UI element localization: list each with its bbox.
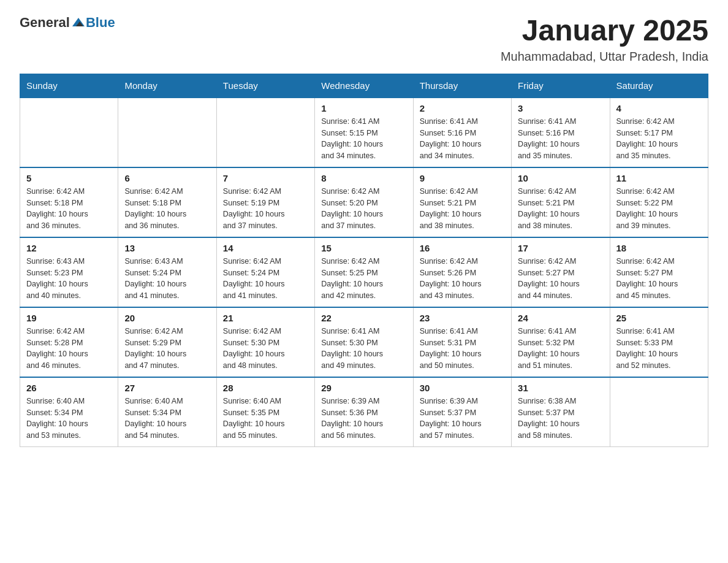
day-info: Sunrise: 6:42 AMSunset: 5:18 PMDaylight:… (26, 186, 112, 232)
day-info: Sunrise: 6:39 AMSunset: 5:37 PMDaylight:… (420, 396, 505, 442)
calendar-cell: 9Sunrise: 6:42 AMSunset: 5:21 PMDaylight… (413, 167, 511, 237)
day-number: 24 (518, 313, 603, 323)
calendar-cell: 15Sunrise: 6:42 AMSunset: 5:25 PMDayligh… (315, 237, 413, 307)
day-info: Sunrise: 6:42 AMSunset: 5:20 PMDaylight:… (321, 186, 406, 232)
day-info: Sunrise: 6:42 AMSunset: 5:27 PMDaylight:… (616, 256, 702, 302)
logo: General Blue (20, 15, 115, 31)
day-info: Sunrise: 6:42 AMSunset: 5:29 PMDaylight:… (124, 326, 210, 372)
day-info: Sunrise: 6:42 AMSunset: 5:21 PMDaylight:… (518, 186, 603, 232)
calendar-cell: 4Sunrise: 6:42 AMSunset: 5:17 PMDaylight… (610, 98, 708, 167)
day-number: 12 (26, 243, 112, 253)
calendar-table: SundayMondayTuesdayWednesdayThursdayFrid… (20, 74, 708, 447)
month-title: January 2025 (501, 15, 708, 47)
calendar-cell: 28Sunrise: 6:40 AMSunset: 5:35 PMDayligh… (216, 377, 314, 447)
day-info: Sunrise: 6:42 AMSunset: 5:19 PMDaylight:… (223, 186, 308, 232)
page-header: General Blue January 2025 Muhammadabad, … (20, 15, 708, 64)
calendar-cell (610, 377, 708, 447)
day-info: Sunrise: 6:40 AMSunset: 5:35 PMDaylight:… (223, 396, 308, 442)
calendar-cell: 14Sunrise: 6:42 AMSunset: 5:24 PMDayligh… (216, 237, 314, 307)
calendar-cell: 22Sunrise: 6:41 AMSunset: 5:30 PMDayligh… (315, 307, 413, 377)
day-number: 23 (420, 313, 505, 323)
logo-blue-text: Blue (86, 15, 115, 30)
day-number: 25 (616, 313, 702, 323)
logo-icon (71, 15, 86, 30)
calendar-cell: 6Sunrise: 6:42 AMSunset: 5:18 PMDaylight… (118, 167, 216, 237)
week-row-1: 1Sunrise: 6:41 AMSunset: 5:15 PMDaylight… (20, 98, 708, 167)
week-row-5: 26Sunrise: 6:40 AMSunset: 5:34 PMDayligh… (20, 377, 708, 447)
calendar-cell: 13Sunrise: 6:43 AMSunset: 5:24 PMDayligh… (118, 237, 216, 307)
weekday-header-thursday: Thursday (413, 74, 511, 98)
day-info: Sunrise: 6:42 AMSunset: 5:24 PMDaylight:… (223, 256, 308, 302)
day-info: Sunrise: 6:42 AMSunset: 5:25 PMDaylight:… (321, 256, 406, 302)
day-number: 13 (124, 243, 210, 253)
day-number: 7 (223, 173, 308, 183)
day-number: 14 (223, 243, 308, 253)
day-info: Sunrise: 6:41 AMSunset: 5:16 PMDaylight:… (420, 116, 505, 162)
day-number: 20 (124, 313, 210, 323)
weekday-header-row: SundayMondayTuesdayWednesdayThursdayFrid… (20, 74, 708, 98)
weekday-header-friday: Friday (512, 74, 610, 98)
calendar-cell: 8Sunrise: 6:42 AMSunset: 5:20 PMDaylight… (315, 167, 413, 237)
calendar-cell: 18Sunrise: 6:42 AMSunset: 5:27 PMDayligh… (610, 237, 708, 307)
day-number: 6 (124, 173, 210, 183)
calendar-cell (118, 98, 216, 167)
day-number: 27 (124, 383, 210, 393)
calendar-cell: 19Sunrise: 6:42 AMSunset: 5:28 PMDayligh… (20, 307, 118, 377)
day-info: Sunrise: 6:42 AMSunset: 5:27 PMDaylight:… (518, 256, 603, 302)
day-number: 19 (26, 313, 112, 323)
day-info: Sunrise: 6:41 AMSunset: 5:15 PMDaylight:… (321, 116, 406, 162)
day-info: Sunrise: 6:41 AMSunset: 5:33 PMDaylight:… (616, 326, 702, 372)
day-number: 16 (420, 243, 505, 253)
day-info: Sunrise: 6:42 AMSunset: 5:26 PMDaylight:… (420, 256, 505, 302)
title-block: January 2025 Muhammadabad, Uttar Pradesh… (501, 15, 708, 64)
day-info: Sunrise: 6:42 AMSunset: 5:28 PMDaylight:… (26, 326, 112, 372)
day-number: 26 (26, 383, 112, 393)
day-number: 17 (518, 243, 603, 253)
day-info: Sunrise: 6:41 AMSunset: 5:30 PMDaylight:… (321, 326, 406, 372)
day-number: 21 (223, 313, 308, 323)
week-row-2: 5Sunrise: 6:42 AMSunset: 5:18 PMDaylight… (20, 167, 708, 237)
location-title: Muhammadabad, Uttar Pradesh, India (501, 50, 708, 64)
weekday-header-wednesday: Wednesday (315, 74, 413, 98)
calendar-cell: 1Sunrise: 6:41 AMSunset: 5:15 PMDaylight… (315, 98, 413, 167)
day-info: Sunrise: 6:42 AMSunset: 5:18 PMDaylight:… (124, 186, 210, 232)
day-number: 29 (321, 383, 406, 393)
day-info: Sunrise: 6:41 AMSunset: 5:32 PMDaylight:… (518, 326, 603, 372)
day-number: 3 (518, 103, 603, 113)
day-info: Sunrise: 6:43 AMSunset: 5:23 PMDaylight:… (26, 256, 112, 302)
calendar-cell: 10Sunrise: 6:42 AMSunset: 5:21 PMDayligh… (512, 167, 610, 237)
day-number: 9 (420, 173, 505, 183)
day-info: Sunrise: 6:42 AMSunset: 5:30 PMDaylight:… (223, 326, 308, 372)
week-row-4: 19Sunrise: 6:42 AMSunset: 5:28 PMDayligh… (20, 307, 708, 377)
weekday-header-sunday: Sunday (20, 74, 118, 98)
day-info: Sunrise: 6:41 AMSunset: 5:16 PMDaylight:… (518, 116, 603, 162)
calendar-cell: 20Sunrise: 6:42 AMSunset: 5:29 PMDayligh… (118, 307, 216, 377)
day-info: Sunrise: 6:43 AMSunset: 5:24 PMDaylight:… (124, 256, 210, 302)
day-number: 4 (616, 103, 702, 113)
calendar-cell (20, 98, 118, 167)
day-number: 1 (321, 103, 406, 113)
day-info: Sunrise: 6:38 AMSunset: 5:37 PMDaylight:… (518, 396, 603, 442)
calendar-cell: 30Sunrise: 6:39 AMSunset: 5:37 PMDayligh… (413, 377, 511, 447)
calendar-cell: 21Sunrise: 6:42 AMSunset: 5:30 PMDayligh… (216, 307, 314, 377)
calendar-cell: 31Sunrise: 6:38 AMSunset: 5:37 PMDayligh… (512, 377, 610, 447)
calendar-cell: 5Sunrise: 6:42 AMSunset: 5:18 PMDaylight… (20, 167, 118, 237)
weekday-header-tuesday: Tuesday (216, 74, 314, 98)
calendar-cell: 23Sunrise: 6:41 AMSunset: 5:31 PMDayligh… (413, 307, 511, 377)
day-number: 28 (223, 383, 308, 393)
day-number: 10 (518, 173, 603, 183)
day-number: 15 (321, 243, 406, 253)
calendar-cell: 3Sunrise: 6:41 AMSunset: 5:16 PMDaylight… (512, 98, 610, 167)
calendar-cell: 16Sunrise: 6:42 AMSunset: 5:26 PMDayligh… (413, 237, 511, 307)
day-info: Sunrise: 6:41 AMSunset: 5:31 PMDaylight:… (420, 326, 505, 372)
day-number: 30 (420, 383, 505, 393)
day-info: Sunrise: 6:42 AMSunset: 5:22 PMDaylight:… (616, 186, 702, 232)
calendar-cell: 27Sunrise: 6:40 AMSunset: 5:34 PMDayligh… (118, 377, 216, 447)
day-number: 2 (420, 103, 505, 113)
day-info: Sunrise: 6:40 AMSunset: 5:34 PMDaylight:… (124, 396, 210, 442)
day-number: 8 (321, 173, 406, 183)
calendar-cell: 17Sunrise: 6:42 AMSunset: 5:27 PMDayligh… (512, 237, 610, 307)
calendar-cell: 2Sunrise: 6:41 AMSunset: 5:16 PMDaylight… (413, 98, 511, 167)
week-row-3: 12Sunrise: 6:43 AMSunset: 5:23 PMDayligh… (20, 237, 708, 307)
day-info: Sunrise: 6:42 AMSunset: 5:17 PMDaylight:… (616, 116, 702, 162)
